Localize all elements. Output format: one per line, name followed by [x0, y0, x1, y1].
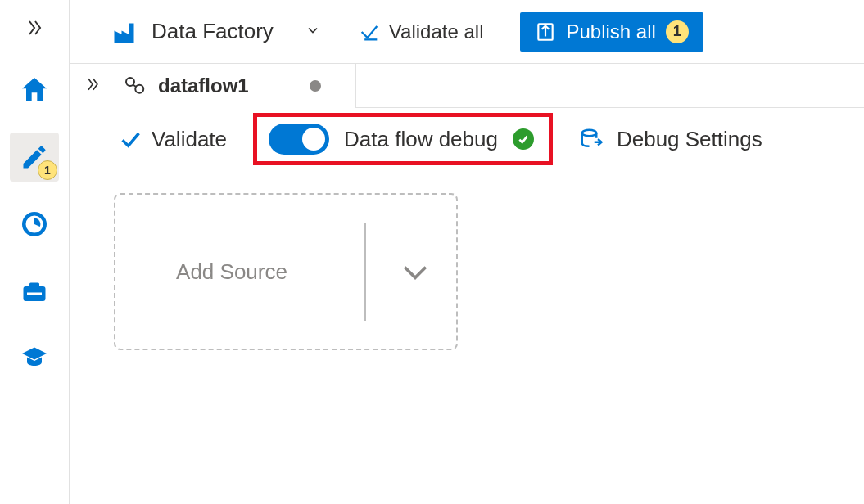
nav-monitor[interactable]: [10, 200, 59, 249]
publish-count-badge: 1: [666, 20, 689, 43]
expand-panels-icon[interactable]: [84, 76, 101, 96]
debug-toggle[interactable]: [269, 124, 329, 155]
debug-toggle-label: Data flow debug: [344, 127, 498, 152]
add-source-label: Add Source: [115, 259, 348, 285]
svg-rect-4: [27, 293, 42, 295]
check-icon: [119, 128, 142, 151]
dataflow-icon: [122, 74, 147, 98]
dataflow-toolbar: Validate Data flow debug Debug Settings: [70, 108, 864, 170]
debug-status-ok-icon: [513, 128, 534, 150]
nav-author[interactable]: 1: [10, 133, 59, 182]
add-source-dropdown[interactable]: [374, 254, 456, 290]
debug-toggle-highlight: Data flow debug: [253, 113, 553, 165]
nav-manage[interactable]: [10, 267, 59, 316]
svg-rect-3: [29, 283, 39, 288]
publish-icon: [535, 21, 556, 43]
expand-nav-icon[interactable]: [25, 18, 44, 41]
tab-empty-area: [355, 64, 864, 108]
validate-label: Validate: [152, 127, 227, 152]
validate-all-button[interactable]: Validate all: [358, 20, 484, 43]
chevron-down-icon: [397, 254, 433, 290]
add-source-card[interactable]: Add Source: [114, 193, 458, 350]
debug-settings-label: Debug Settings: [617, 127, 762, 152]
check-icon: [358, 20, 381, 43]
unsaved-dot-icon: [310, 80, 321, 92]
card-divider: [364, 223, 366, 321]
svg-point-10: [582, 130, 597, 137]
author-change-badge: 1: [38, 160, 57, 180]
open-tabs-row: dataflow1: [70, 64, 864, 108]
left-nav-rail: 1: [0, 0, 70, 504]
factory-icon: [111, 17, 140, 47]
publish-all-button[interactable]: Publish all 1: [520, 12, 703, 52]
svg-point-8: [126, 78, 134, 86]
validate-button[interactable]: Validate: [119, 127, 227, 152]
nav-learn[interactable]: [10, 334, 59, 383]
workspace-name: Data Factory: [152, 19, 274, 44]
tab-label: dataflow1: [158, 74, 249, 97]
dataflow-canvas[interactable]: Add Source: [70, 170, 864, 504]
workspace-selector[interactable]: Data Factory: [111, 17, 321, 47]
nav-home[interactable]: [10, 65, 59, 115]
tab-dataflow1[interactable]: dataflow1: [120, 69, 336, 103]
command-bar: Data Factory Validate all Publish all 1: [70, 0, 864, 64]
debug-settings-button[interactable]: Debug Settings: [579, 127, 762, 152]
chevron-down-icon: [305, 22, 321, 42]
publish-all-label: Publish all: [566, 20, 655, 43]
validate-all-label: Validate all: [389, 20, 484, 43]
database-settings-icon: [579, 127, 604, 151]
